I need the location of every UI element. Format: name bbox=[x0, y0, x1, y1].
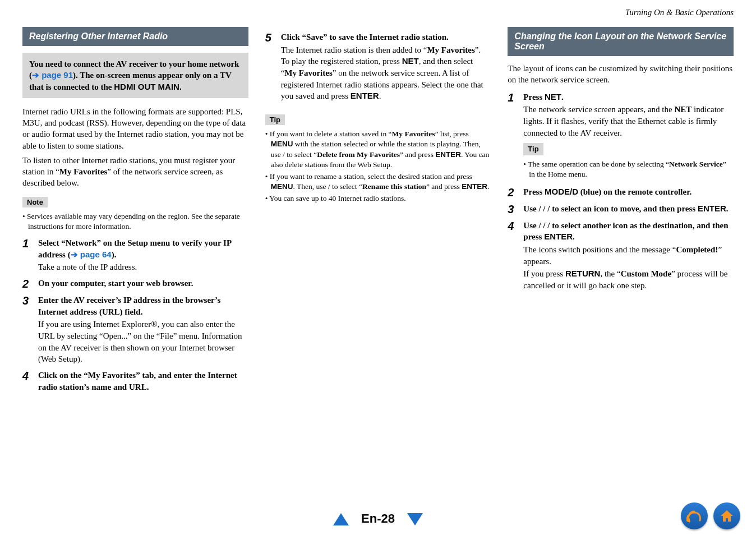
text: . bbox=[487, 182, 489, 191]
step-4: 4 Click on the “My Favorites” tab, and e… bbox=[22, 370, 248, 393]
intro-paragraph-1: Internet radio URLs in the following for… bbox=[22, 106, 248, 151]
tip-bullet-1: If you want to delete a station saved in… bbox=[265, 129, 491, 170]
text: (blue) on the remote controller. bbox=[578, 187, 692, 196]
enter-button-label: ENTER bbox=[698, 204, 726, 213]
step-2: 2 On your computer, start your web brows… bbox=[22, 278, 248, 290]
completed-label: Completed! bbox=[676, 245, 718, 254]
custom-mode-label: Custom Mode bbox=[621, 269, 671, 278]
rename-label: Rename this station bbox=[362, 182, 426, 191]
c3-step-1: 1 Press NET. The network service screen … bbox=[508, 91, 734, 182]
text: Press bbox=[523, 93, 545, 102]
step-3-title: Enter the AV receiver’s IP address in th… bbox=[38, 294, 248, 317]
step-number: 3 bbox=[22, 294, 38, 307]
network-service-label: Network Service bbox=[669, 160, 723, 168]
home-button[interactable] bbox=[713, 502, 740, 529]
text: Press bbox=[523, 187, 545, 196]
delete-label: Delete from My Favorites bbox=[317, 150, 400, 159]
step-number: 2 bbox=[22, 278, 38, 290]
link-arrow-icon: ➔ bbox=[32, 70, 42, 80]
enter-button-label: ENTER bbox=[462, 182, 487, 191]
callout-network-required: You need to connect the AV receiver to y… bbox=[22, 53, 248, 98]
column-1: Registering Other Internet Radio You nee… bbox=[22, 27, 248, 398]
breadcrumb: Turning On & Basic Operations bbox=[625, 8, 734, 17]
enter-button-label: ENTER bbox=[351, 91, 379, 100]
step-2-title: On your computer, start your web browser… bbox=[38, 278, 248, 289]
enter-button-label: ENTER bbox=[544, 232, 573, 241]
text: ” and press bbox=[400, 150, 435, 159]
menu-button-label: MENU bbox=[271, 140, 293, 148]
steps-col3: 1 Press NET. The network service screen … bbox=[508, 91, 734, 292]
step-number: 4 bbox=[22, 370, 38, 382]
tip-chip: Tip bbox=[265, 114, 285, 125]
step-number: 2 bbox=[508, 186, 523, 199]
page-footer: En-28 bbox=[0, 511, 756, 526]
c3-step-2: 2 Press MODE/D (blue) on the remote cont… bbox=[508, 186, 734, 199]
text: ” list, press bbox=[435, 130, 468, 138]
link-page-91[interactable]: page 91 bbox=[42, 70, 73, 80]
step-1-text: Take a note of the IP address. bbox=[38, 261, 248, 273]
back-arrow-icon bbox=[686, 509, 702, 523]
note-bullet: Services available may vary depending on… bbox=[22, 211, 248, 232]
my-favorites-label: My Favorites bbox=[427, 45, 474, 54]
step-number: 1 bbox=[22, 237, 38, 250]
step-number: 5 bbox=[265, 31, 281, 44]
menu-button-label: MENU bbox=[271, 182, 293, 191]
text: If you want to delete a station saved in… bbox=[270, 130, 392, 138]
text: . Then, use / to select “ bbox=[293, 182, 362, 191]
next-page-icon[interactable] bbox=[407, 513, 423, 525]
text: If you press bbox=[523, 269, 565, 278]
mode-d-button-label: MODE/D bbox=[545, 187, 578, 196]
my-favorites-label: My Favorites bbox=[284, 68, 332, 77]
page-number: En-28 bbox=[361, 511, 395, 525]
back-button[interactable] bbox=[681, 502, 708, 529]
tip-bullet-2: If you want to rename a station, select … bbox=[265, 172, 491, 192]
link-arrow-icon: ➔ bbox=[71, 250, 80, 259]
tip-bullet-network-service: The same operation can be done by select… bbox=[523, 159, 734, 179]
text: ). bbox=[112, 250, 117, 259]
step-number: 1 bbox=[508, 91, 523, 104]
column-2: 5 Click “Save” to save the Internet radi… bbox=[265, 27, 491, 398]
hdmi-out-main-label: HDMI OUT MAIN bbox=[114, 82, 179, 91]
step-5: 5 Click “Save” to save the Internet radi… bbox=[265, 31, 491, 102]
step-1: 1 Select “Network” on the Setup menu to … bbox=[22, 237, 248, 273]
text: Use / / / to select an icon to move, and… bbox=[523, 204, 698, 213]
text: ” and press bbox=[426, 182, 462, 191]
page-content: Registering Other Internet Radio You nee… bbox=[0, 0, 756, 398]
column-3: Changing the Icon Layout on the Network … bbox=[508, 27, 734, 398]
text: If you want to rename a station, select … bbox=[270, 172, 472, 181]
text: The network service screen appears, and … bbox=[523, 105, 674, 114]
enter-button-label: ENTER bbox=[435, 150, 461, 159]
home-icon bbox=[720, 509, 734, 523]
step-3: 3 Enter the AV receiver’s IP address in … bbox=[22, 294, 248, 365]
c3-step-4: 4 Use / / / to select another icon as th… bbox=[508, 220, 734, 292]
text: , the “ bbox=[600, 269, 620, 278]
return-button-label: RETURN bbox=[565, 269, 601, 278]
net-button-label: NET bbox=[545, 92, 561, 102]
svg-marker-1 bbox=[721, 510, 733, 522]
text: Select “Network” on the Setup menu to ve… bbox=[38, 238, 231, 259]
text: . bbox=[561, 93, 564, 102]
tip-bullet-3: You can save up to 40 Internet radio sta… bbox=[265, 193, 491, 204]
footer-nav-buttons bbox=[681, 502, 740, 529]
step-5-text: The Internet radio station is then added… bbox=[281, 44, 491, 102]
text: . bbox=[573, 232, 575, 241]
text: The same operation can be done by select… bbox=[528, 160, 669, 168]
my-favorites-label: My Favorites bbox=[59, 167, 107, 176]
step-number: 3 bbox=[508, 203, 523, 215]
text: The icons switch positions and the messa… bbox=[523, 245, 676, 254]
step-number: 4 bbox=[508, 220, 523, 232]
c3-step-3: 3 Use / / / to select an icon to move, a… bbox=[508, 203, 734, 215]
text: . bbox=[726, 204, 729, 213]
layout-intro: The layout of icons can be customized by… bbox=[508, 63, 734, 86]
step-3-text: If you are using Internet Explorer®, you… bbox=[38, 319, 248, 365]
callout-text: . bbox=[179, 82, 182, 91]
text: The Internet radio station is then added… bbox=[281, 45, 427, 54]
link-page-64[interactable]: page 64 bbox=[80, 250, 112, 259]
section-heading-icon-layout: Changing the Icon Layout on the Network … bbox=[508, 27, 734, 56]
step-5-title: Click “Save” to save the Internet radio … bbox=[281, 31, 491, 43]
prev-page-icon[interactable] bbox=[333, 513, 349, 525]
step-4-title: Click on the “My Favorites” tab, and ent… bbox=[38, 370, 248, 393]
net-label: NET bbox=[674, 105, 692, 114]
note-chip: Note bbox=[22, 197, 48, 207]
text: . bbox=[379, 91, 381, 100]
